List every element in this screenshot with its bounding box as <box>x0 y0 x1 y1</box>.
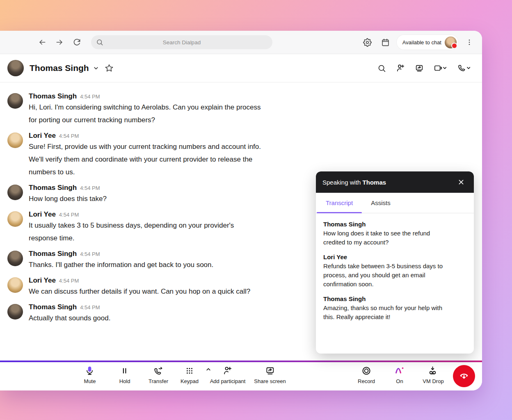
call-control-bar: Mute Hold Transfer Keypad Add participan <box>0 362 482 390</box>
close-icon <box>458 179 464 185</box>
transcript-speaker: Thomas Singh <box>323 220 466 229</box>
transcript-text: How long does it take to see the refund … <box>323 229 466 247</box>
message-author: Lori Yee <box>29 132 56 140</box>
transcript-entry: Lori Yee Refunds take between 3-5 busine… <box>323 253 466 289</box>
back-button[interactable] <box>35 35 49 49</box>
transcript-text: Refunds take between 3-5 business days t… <box>323 262 466 289</box>
mute-label: Mute <box>84 378 96 384</box>
end-call-button[interactable] <box>453 365 475 387</box>
app-window: Available to chat Thomas Singh <box>0 31 482 390</box>
microphone-icon <box>85 365 95 376</box>
message-text: How long does this take? <box>29 192 107 205</box>
phone-icon <box>458 64 471 73</box>
tab-transcript[interactable]: Transcript <box>317 193 362 213</box>
transcript-text: Amazing, thanks so much for your help wi… <box>323 304 466 322</box>
hold-button[interactable]: Hold <box>119 365 130 384</box>
message-time: 4:54 PM <box>59 212 79 218</box>
avatar <box>7 251 23 266</box>
search-icon <box>377 64 386 73</box>
add-person-button[interactable] <box>393 60 408 76</box>
avatar <box>7 277 23 293</box>
avatar <box>7 211 23 227</box>
transfer-label: Transfer <box>149 378 168 384</box>
message-text: We can discuss further details if you wa… <box>29 285 250 298</box>
forward-button[interactable] <box>53 35 66 49</box>
gear-icon <box>363 38 372 47</box>
vm-drop-label: VM Drop <box>423 378 443 384</box>
transcript-entry: Thomas Singh Amazing, thanks so much for… <box>323 294 466 322</box>
calendar-icon <box>381 38 390 47</box>
live-call-panel: Speaking with Thomas Transcript Assists … <box>316 171 474 354</box>
video-camera-icon <box>434 64 448 73</box>
message-time: 4:54 PM <box>80 251 100 257</box>
message-time: 4:54 PM <box>59 133 79 139</box>
message-time: 4:54 PM <box>80 304 100 310</box>
share-screen-button[interactable] <box>411 60 427 76</box>
avatar <box>7 93 23 109</box>
close-button[interactable] <box>455 176 467 188</box>
avatar <box>7 304 23 320</box>
settings-button[interactable] <box>361 35 375 49</box>
vm-drop-chevron-up-icon[interactable] <box>206 366 212 372</box>
message-text: Sure! First, provide us with your curren… <box>29 140 261 178</box>
browser-topbar: Available to chat <box>0 31 482 54</box>
screen-share-icon <box>415 64 424 73</box>
contact-chevron-down-icon[interactable] <box>92 64 100 72</box>
favorite-star-icon[interactable] <box>105 64 114 73</box>
message-author: Thomas Singh <box>29 303 77 311</box>
contact-avatar <box>7 60 24 76</box>
transfer-button[interactable]: Transfer <box>149 365 168 384</box>
status-dot <box>451 43 457 49</box>
contact-name: Thomas Singh <box>30 63 89 73</box>
transfer-phone-icon <box>153 365 163 376</box>
search-icon <box>96 39 103 46</box>
message-author: Thomas Singh <box>29 184 77 192</box>
presence-status[interactable]: Available to chat <box>397 35 458 50</box>
call-button[interactable] <box>454 60 475 76</box>
message-text: Actually that sounds good. <box>29 312 110 324</box>
transcript-list[interactable]: Thomas Singh How long does it take to se… <box>316 213 474 334</box>
calendar-button[interactable] <box>379 35 393 49</box>
hold-label: Hold <box>119 378 130 384</box>
user-avatar <box>445 37 457 48</box>
hang-up-icon <box>458 370 470 382</box>
video-call-button[interactable] <box>430 60 451 76</box>
avatar <box>7 185 23 200</box>
message-author: Thomas Singh <box>29 250 77 258</box>
refresh-button[interactable] <box>70 35 84 49</box>
forward-arrow-icon <box>55 38 64 46</box>
live-call-panel-header[interactable]: Speaking with Thomas <box>316 171 474 193</box>
kebab-icon <box>466 39 473 46</box>
transcript-speaker: Thomas Singh <box>323 294 466 304</box>
transcript-entry: Thomas Singh How long does it take to se… <box>323 220 466 247</box>
message-text: Thanks. I'll gather the information and … <box>29 258 213 271</box>
person-add-icon <box>396 64 405 73</box>
message-time: 4:54 PM <box>80 185 100 191</box>
message-text: Hi, Lori. I'm considering switching to A… <box>29 101 261 126</box>
transcript-speaker: Lori Yee <box>323 253 466 262</box>
panel-title: Speaking with Thomas <box>322 179 386 186</box>
message-author: Lori Yee <box>29 276 56 285</box>
avatar <box>7 132 23 148</box>
tab-assists[interactable]: Assists <box>362 193 400 213</box>
message-time: 4:54 PM <box>80 94 100 100</box>
message-text: It usually takes 3 to 5 business days, d… <box>29 219 234 244</box>
search-bar[interactable] <box>91 35 272 49</box>
message: Thomas Singh4:54 PM Hi, Lori. I'm consid… <box>0 92 482 132</box>
mute-button[interactable]: Mute <box>84 365 96 384</box>
search-input[interactable] <box>91 35 272 50</box>
back-arrow-icon <box>38 38 46 46</box>
message-time: 4:54 PM <box>59 278 79 284</box>
refresh-icon <box>73 39 81 46</box>
panel-tabs: Transcript Assists <box>316 193 474 213</box>
message-author: Thomas Singh <box>29 92 77 100</box>
vm-drop-button[interactable]: VM Drop <box>192 365 482 384</box>
overflow-menu-button[interactable] <box>462 35 476 49</box>
search-conversation-button[interactable] <box>374 60 389 76</box>
conversation-header: Thomas Singh <box>0 54 482 82</box>
pause-icon <box>120 365 129 376</box>
message-author: Lori Yee <box>29 210 56 219</box>
presence-status-label: Available to chat <box>402 39 441 46</box>
voicemail-drop-icon <box>428 365 439 376</box>
